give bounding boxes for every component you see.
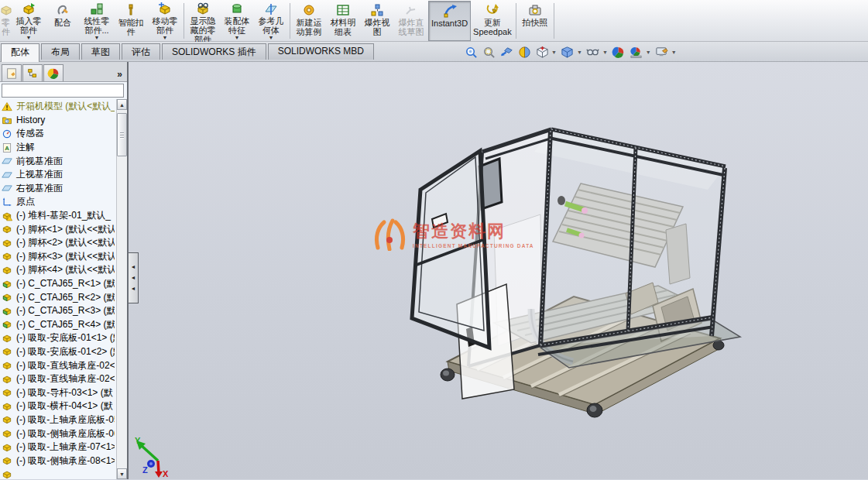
part-icon bbox=[2, 469, 13, 479]
tree-item[interactable]: 原点 bbox=[0, 195, 115, 209]
toolbar-button-speedpak[interactable]: 更新Speedpak bbox=[471, 1, 514, 41]
tree-item-label: (-) 吸取-直线轴承座-02<1 bbox=[16, 359, 115, 372]
scroll-down-arrow[interactable]: ▼ bbox=[117, 468, 127, 479]
zoom-area-icon[interactable] bbox=[481, 44, 496, 60]
dropdown-arrow-icon[interactable]: ▼ bbox=[163, 35, 168, 42]
view-settings-icon[interactable] bbox=[654, 44, 670, 60]
command-manager-toolbar: 零件插入零部件▼配合线性零部件...▼智能扣件移动零部件▼显示隐藏的零部件装配体… bbox=[0, 0, 868, 42]
tree-item[interactable]: (-) 吸取-导杆-03<1> (默 bbox=[0, 386, 115, 399]
dropdown-arrow-icon[interactable]: ▼ bbox=[646, 50, 651, 55]
toolbar-button-move-part[interactable]: 移动零部件▼ bbox=[148, 1, 182, 41]
part-green-icon bbox=[2, 279, 13, 290]
tree-item[interactable]: 上视基准面 bbox=[0, 168, 115, 182]
tree-item[interactable]: (-) 吸取-侧轴承座底板-06 bbox=[0, 427, 115, 441]
part-green-icon bbox=[2, 319, 13, 330]
dropdown-arrow-icon[interactable]: ▼ bbox=[602, 50, 608, 55]
view-orientation-icon[interactable] bbox=[534, 44, 550, 60]
tree-item[interactable]: (-) 脚杯<1> (默认<<默认 bbox=[0, 222, 115, 236]
tree-item[interactable]: (-) 吸取-直线轴承座-02<1 bbox=[0, 358, 115, 372]
configurationmanager-tab[interactable] bbox=[22, 64, 43, 81]
toolbar-button-label: 零件 bbox=[2, 18, 10, 36]
dropdown-arrow-icon[interactable]: ▼ bbox=[269, 35, 274, 42]
dropdown-arrow-icon[interactable]: ▼ bbox=[671, 50, 677, 55]
tree-item[interactable]: 右视基准面 bbox=[0, 182, 115, 196]
tree-scrollbar[interactable]: ▲ ▼ bbox=[116, 99, 127, 479]
dropdown-arrow-icon[interactable]: ▼ bbox=[235, 35, 240, 42]
tree-item[interactable]: (-) 吸取-上轴承座-07<1> bbox=[0, 441, 115, 454]
toolbar-button-exploded-view[interactable]: 爆炸视图 bbox=[360, 1, 394, 41]
tree-item-label: (-) C_CTAJ65_R<4> (默认 bbox=[16, 318, 115, 331]
toolbar-button-linear-pattern[interactable]: 线性零部件...▼ bbox=[80, 1, 114, 41]
scrollbar-thumb[interactable] bbox=[117, 113, 127, 156]
tree-item[interactable]: (-) C_CTAJ65_R<3> (默认 bbox=[0, 304, 115, 318]
tree-item[interactable]: (-) 脚杯<3> (默认<<默认 bbox=[0, 250, 115, 264]
toolbar-button-motion-study[interactable]: 新建运动算例 bbox=[292, 1, 326, 41]
part-icon bbox=[2, 333, 13, 344]
toolbar-button-smart-fastener[interactable]: 智能扣件 bbox=[114, 1, 148, 41]
toolbar-button-mate[interactable]: 配合 bbox=[46, 1, 80, 41]
tree-item[interactable]: (-) 吸取-横杆-04<1> (默 bbox=[0, 399, 115, 413]
edit-appearance-icon[interactable] bbox=[611, 44, 626, 60]
dropdown-arrow-icon[interactable]: ▼ bbox=[94, 35, 100, 42]
tree-item[interactable]: (-) 脚杯<2> (默认<<默认 bbox=[0, 236, 115, 250]
plane-icon bbox=[2, 170, 13, 180]
dropdown-arrow-icon[interactable]: ▼ bbox=[577, 50, 582, 55]
scroll-up-arrow[interactable]: ▲ bbox=[117, 99, 127, 110]
tree-item[interactable]: (-) 吸取-安底板-01<1> (默 bbox=[0, 331, 115, 345]
toolbar-button-snapshot[interactable]: 拍快照 bbox=[518, 1, 552, 41]
model-3d-box-opening-machine bbox=[129, 62, 866, 478]
apply-scene-icon[interactable] bbox=[629, 44, 644, 60]
origin-icon bbox=[2, 197, 13, 207]
tree-item[interactable]: (-) 吸取-侧轴承座-08<1> bbox=[0, 454, 115, 468]
tree-item-label: (-) C_CTAJ65_R<3> (默认 bbox=[16, 304, 115, 317]
zoom-fit-icon[interactable] bbox=[463, 44, 479, 60]
tree-item[interactable]: 开箱机模型 (默认<默认_显 bbox=[0, 100, 115, 114]
tree-item[interactable]: A注解 bbox=[0, 141, 115, 155]
smart-fastener-icon bbox=[124, 2, 138, 18]
section-view-icon[interactable] bbox=[516, 44, 532, 60]
tree-item[interactable]: History bbox=[0, 114, 115, 128]
toolbar-button-label: 配合 bbox=[54, 18, 71, 27]
linear-pattern-icon bbox=[90, 2, 104, 16]
toolbar-button-ref-geometry[interactable]: 参考几何体▼ bbox=[254, 1, 288, 41]
tree-item-label: 前视基准面 bbox=[16, 155, 63, 168]
toolbar-button-instant3d[interactable]: Instant3D bbox=[428, 1, 471, 41]
tree-item[interactable]: (-) 堆料-基架-01_默认_ bbox=[0, 209, 115, 223]
tree-item[interactable]: 传感器 bbox=[0, 127, 115, 141]
toolbar-button-explode-sketch: 爆炸直线草图 bbox=[394, 1, 428, 41]
commandmanager-tab[interactable]: 评估 bbox=[122, 43, 160, 60]
featuremanager-tab[interactable] bbox=[2, 64, 22, 81]
toolbar-separator bbox=[516, 3, 516, 39]
tree-item[interactable]: (-) 吸取-上轴承座底板-05 bbox=[0, 413, 115, 427]
tree-item[interactable]: (-) 脚杯<4> (默认<<默认 bbox=[0, 263, 115, 277]
dropdown-arrow-icon[interactable]: ▼ bbox=[26, 35, 32, 42]
commandmanager-tab[interactable]: 布局 bbox=[41, 43, 80, 60]
commandmanager-tab[interactable]: 配体 bbox=[1, 43, 39, 62]
tree-item[interactable]: 前视基准面 bbox=[0, 154, 115, 168]
graphics-viewport[interactable]: ◄◄◄ bbox=[129, 62, 868, 479]
tree-item[interactable]: (-) C_CTAJ65_R<4> (默认 bbox=[0, 318, 115, 332]
commandmanager-tab[interactable]: SOLIDWORKS 插件 bbox=[162, 43, 266, 60]
previous-view-icon[interactable] bbox=[499, 44, 514, 60]
part-icon bbox=[2, 414, 13, 425]
commandmanager-tab[interactable]: 草图 bbox=[81, 43, 120, 60]
toolbar-button-show-hidden[interactable]: 显示隐藏的零部件 bbox=[186, 1, 220, 41]
panel-expand-chevron[interactable]: » bbox=[117, 69, 125, 81]
toolbar-button-insert-part[interactable]: 插入零部件▼ bbox=[12, 1, 46, 41]
hide-show-items-icon[interactable] bbox=[585, 44, 601, 60]
display-style-icon[interactable] bbox=[560, 44, 575, 60]
toolbar-button-label: 新建运动算例 bbox=[297, 18, 322, 36]
commandmanager-tab[interactable]: SOLIDWORKS MBD bbox=[268, 43, 374, 60]
toolbar-button-bom[interactable]: 材料明细表 bbox=[326, 1, 360, 41]
toolbar-button-assembly-feature[interactable]: 装配体特征▼ bbox=[220, 1, 254, 41]
svg-text:A: A bbox=[5, 145, 9, 152]
displaymanager-tab[interactable] bbox=[43, 64, 63, 81]
tree-item[interactable]: (-) C_CTAJ65_R<1> (默认 bbox=[0, 277, 115, 291]
tree-item[interactable] bbox=[0, 468, 115, 479]
part-icon bbox=[2, 401, 13, 412]
tree-item[interactable]: (-) C_CTAJ65_R<2> (默认 bbox=[0, 290, 115, 304]
tree-item[interactable]: (-) 吸取-安底板-01<2> (默 bbox=[0, 345, 115, 359]
dropdown-arrow-icon[interactable]: ▼ bbox=[551, 50, 557, 55]
tree-item[interactable]: (-) 吸取-直线轴承座-02<2 bbox=[0, 372, 115, 386]
tree-filter-input[interactable] bbox=[2, 84, 124, 98]
